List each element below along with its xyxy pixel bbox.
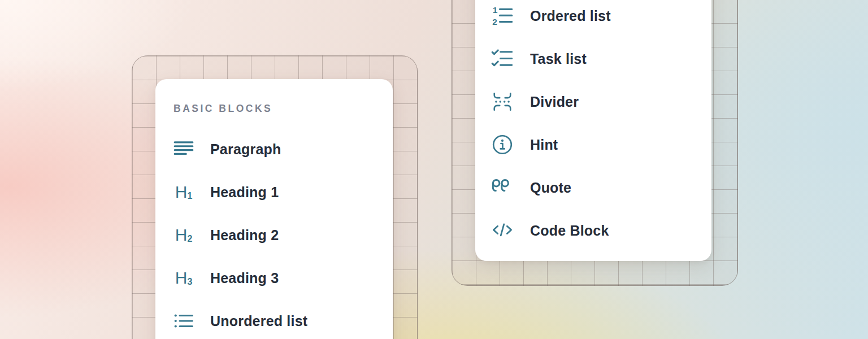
- menu-item-label: Heading 1: [210, 184, 279, 201]
- menu-item-label: Ordered list: [530, 8, 611, 24]
- heading3-icon: H3: [172, 267, 195, 289]
- menu-item-label: Divider: [530, 94, 579, 110]
- menu-item-unordered-list[interactable]: Unordered list: [155, 299, 393, 339]
- svg-text:1: 1: [493, 5, 498, 15]
- menu-item-code-block[interactable]: Code Block: [475, 209, 711, 252]
- menu-item-hint[interactable]: Hint: [475, 123, 711, 166]
- menu-item-label: Unordered list: [210, 313, 307, 329]
- heading1-icon: H1: [172, 181, 195, 203]
- paragraph-icon: [172, 138, 195, 160]
- menu-item-quote[interactable]: Quote: [475, 166, 711, 209]
- menu-item-ordered-list[interactable]: 1 2 Ordered list: [475, 0, 711, 37]
- section-label-basic-blocks: BASIC BLOCKS: [173, 99, 393, 118]
- menu-item-label: Paragraph: [210, 141, 281, 158]
- menu-item-heading-2[interactable]: H2 Heading 2: [155, 214, 393, 257]
- code-block-icon: [491, 219, 514, 242]
- task-list-icon: [491, 47, 514, 70]
- menu-item-heading-1[interactable]: H1 Heading 1: [155, 171, 393, 214]
- menu-item-paragraph[interactable]: Paragraph: [155, 128, 393, 171]
- gradient-background: { "theme": { "icon_color": "#38798f", "t…: [0, 0, 868, 339]
- menu-item-label: Quote: [530, 180, 571, 196]
- quote-icon: [491, 176, 514, 199]
- menu-item-label: Task list: [530, 51, 587, 67]
- blocks-list-continued: 1 2 Ordered list Task list Divider Hint: [475, 0, 711, 252]
- divider-icon: [491, 90, 514, 113]
- menu-item-label: Code Block: [530, 223, 609, 239]
- menu-item-task-list[interactable]: Task list: [475, 37, 711, 80]
- basic-blocks-list: Paragraph H1 Heading 1 H2 Heading 2 H3 H…: [155, 128, 393, 339]
- menu-item-label: Heading 2: [210, 227, 279, 244]
- svg-text:2: 2: [492, 17, 497, 27]
- blocks-menu-continued: 1 2 Ordered list Task list Divider Hint: [475, 0, 711, 261]
- unordered-list-icon: [172, 310, 195, 332]
- ordered-list-icon: 1 2: [491, 5, 514, 27]
- hint-icon: [491, 133, 514, 156]
- menu-item-label: Heading 3: [210, 270, 279, 286]
- menu-item-label: Hint: [530, 137, 558, 153]
- menu-item-divider[interactable]: Divider: [475, 80, 711, 123]
- menu-item-heading-3[interactable]: H3 Heading 3: [155, 257, 393, 299]
- heading2-icon: H2: [172, 224, 195, 246]
- basic-blocks-menu: BASIC BLOCKS Paragraph H1 Heading 1 H2 H…: [155, 79, 393, 339]
